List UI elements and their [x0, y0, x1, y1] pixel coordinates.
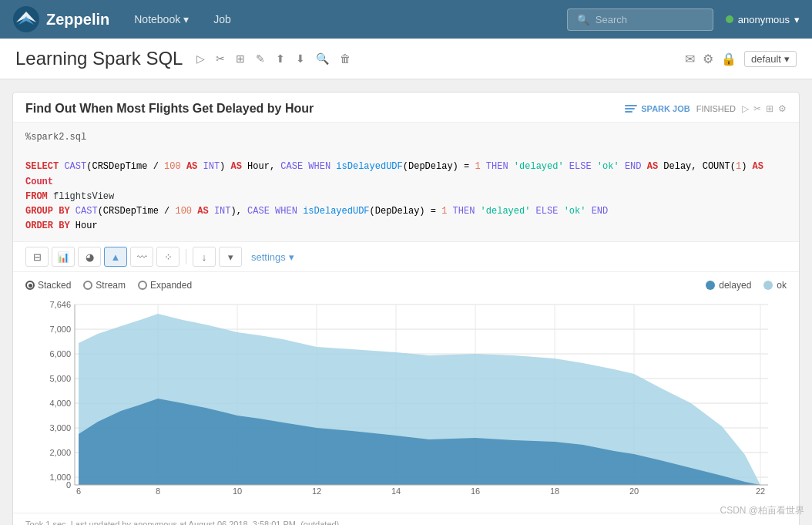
user-status-dot: [726, 15, 733, 23]
svg-text:2,000: 2,000: [49, 448, 71, 457]
settings-button[interactable]: settings ▾: [251, 251, 294, 263]
legend-ok-dot: [763, 281, 773, 290]
svg-text:8: 8: [156, 486, 160, 496]
download-icon-button[interactable]: ⬇: [293, 51, 308, 66]
line-chart-button[interactable]: 〰: [130, 247, 153, 267]
cell-scissors-button[interactable]: ✂: [753, 103, 761, 114]
chart-legend-row: Stacked Stream Expanded delayed: [25, 280, 787, 291]
top-nav: Zeppelin Notebook ▾ Job 🔍 Search anonymo…: [0, 0, 812, 39]
page-header-right: ✉ ⚙ 🔒 default ▾: [685, 51, 797, 67]
search-cell-button[interactable]: 🔍: [313, 51, 332, 66]
svg-text:3,000: 3,000: [49, 423, 71, 432]
chart-options: Stacked Stream Expanded: [25, 280, 192, 291]
code-line-2: FROM flightsView: [25, 190, 787, 204]
radio-stream[interactable]: Stream: [83, 280, 126, 291]
code-line-3: GROUP BY CAST(CRSDepTime / 100 AS INT), …: [25, 204, 787, 219]
download-icon: ↓: [202, 251, 207, 263]
gear-icon[interactable]: ⚙: [703, 52, 713, 66]
line-chart-icon: 〰: [137, 251, 147, 263]
page-title: Learning Spark SQL: [15, 48, 183, 69]
notebook-cell: Find Out When Most Flights Get Delayed b…: [12, 92, 800, 525]
table-icon: ⊟: [33, 251, 42, 263]
svg-text:22: 22: [756, 486, 765, 496]
spark-job-badge[interactable]: SPARK JOB: [625, 104, 690, 113]
export-icon-button[interactable]: ⬆: [273, 51, 288, 66]
bar-chart-icon: 📊: [57, 251, 69, 263]
svg-text:16: 16: [471, 486, 480, 496]
svg-text:6,000: 6,000: [49, 349, 71, 358]
area-chart-icon: ▲: [111, 251, 121, 263]
radio-stacked-circle: [25, 281, 35, 290]
search-icon: 🔍: [577, 14, 589, 25]
chart-container: Stacked Stream Expanded delayed: [13, 272, 799, 513]
chart-toolbar: ⊟ 📊 ◕ ▲ 〰 ⁘ ↓ ▾: [13, 242, 799, 272]
svg-text:4,000: 4,000: [49, 399, 71, 408]
svg-text:7,000: 7,000: [49, 325, 71, 334]
code-line-1: SELECT CAST(CRSDepTime / 100 AS INT) AS …: [25, 160, 787, 189]
scissors-icon-button[interactable]: ✂: [213, 51, 228, 66]
run-all-button[interactable]: ▷: [193, 51, 208, 66]
radio-expanded[interactable]: Expanded: [138, 280, 192, 291]
bar-chart-button[interactable]: 📊: [52, 247, 75, 267]
settings-label: settings: [251, 251, 286, 263]
settings-chevron-icon: ▾: [289, 251, 294, 263]
logo-text: Zeppelin: [46, 11, 109, 29]
svg-text:20: 20: [629, 486, 639, 496]
area-chart: 7,646 7,000 6,000 5,000 4,000 3,000 2,00…: [25, 297, 787, 500]
search-input[interactable]: 🔍 Search: [567, 8, 713, 31]
nav-notebook[interactable]: Notebook ▾: [128, 10, 195, 29]
cell-header: Find Out When Most Flights Get Delayed b…: [13, 93, 799, 122]
logo-area[interactable]: Zeppelin: [12, 5, 109, 33]
svg-text:5,000: 5,000: [49, 374, 71, 383]
interpreter-dropdown[interactable]: default ▾: [744, 51, 797, 67]
download-data-button[interactable]: ↓: [193, 247, 216, 267]
copy-icon-button[interactable]: ⊞: [233, 51, 248, 66]
main-content: Find Out When Most Flights Get Delayed b…: [0, 79, 812, 525]
svg-text:12: 12: [312, 486, 321, 496]
svg-text:14: 14: [391, 486, 401, 496]
cell-footer: Took 1 sec. Last updated by anonymous at…: [13, 513, 799, 525]
scatter-icon: ⁘: [164, 251, 173, 263]
toolbar-separator-1: [186, 249, 186, 264]
legend-ok: ok: [763, 280, 787, 291]
status-badge: FINISHED: [696, 104, 736, 113]
area-chart-button[interactable]: ▲: [104, 247, 127, 267]
radio-expanded-circle: [138, 281, 147, 290]
spark-job-icon: [625, 105, 637, 113]
pie-chart-button[interactable]: ◕: [78, 247, 101, 267]
delete-icon-button[interactable]: 🗑: [337, 51, 354, 66]
chart-legend: delayed ok: [706, 280, 787, 291]
code-magic-line: %spark2.sql: [25, 132, 86, 143]
watermark: CSDN @柏亩看世界: [720, 504, 804, 517]
cell-header-right: SPARK JOB FINISHED ▷ ✂ ⊞ ⚙: [625, 103, 787, 114]
svg-text:0: 0: [66, 480, 71, 490]
legend-delayed-dot: [706, 281, 715, 290]
cell-grid-button[interactable]: ⊞: [766, 103, 773, 114]
more-options-button[interactable]: ▾: [219, 247, 242, 267]
svg-text:6: 6: [76, 486, 81, 496]
chart-svg: 7,646 7,000 6,000 5,000 4,000 3,000 2,00…: [25, 297, 787, 497]
code-line-4: ORDER BY Hour: [25, 219, 787, 234]
table-view-button[interactable]: ⊟: [25, 247, 49, 267]
scatter-chart-button[interactable]: ⁘: [156, 247, 180, 267]
nav-job[interactable]: Job: [207, 10, 237, 29]
lock-icon[interactable]: 🔒: [721, 52, 737, 66]
svg-text:7,646: 7,646: [49, 300, 71, 309]
page-action-icons: ▷ ✂ ⊞ ✎ ⬆ ⬇ 🔍 🗑: [193, 51, 354, 66]
radio-stream-circle: [83, 281, 92, 290]
cell-footer-text: Took 1 sec. Last updated by anonymous at…: [25, 520, 339, 525]
svg-text:10: 10: [233, 486, 242, 496]
cell-title: Find Out When Most Flights Get Delayed b…: [25, 102, 314, 116]
cell-run-icons: ▷ ✂ ⊞ ⚙: [742, 103, 787, 114]
cell-run-button[interactable]: ▷: [742, 103, 749, 114]
envelope-icon[interactable]: ✉: [685, 52, 695, 66]
edit-icon-button[interactable]: ✎: [253, 51, 268, 66]
svg-text:18: 18: [550, 486, 559, 496]
legend-delayed: delayed: [706, 280, 751, 291]
code-editor[interactable]: %spark2.sql SELECT CAST(CRSDepTime / 100…: [13, 122, 799, 242]
radio-stacked[interactable]: Stacked: [25, 280, 71, 291]
user-menu[interactable]: anonymous ▾: [726, 14, 800, 25]
pie-chart-icon: ◕: [86, 251, 94, 263]
zeppelin-logo-icon: [12, 5, 40, 33]
cell-settings-button[interactable]: ⚙: [778, 103, 787, 114]
